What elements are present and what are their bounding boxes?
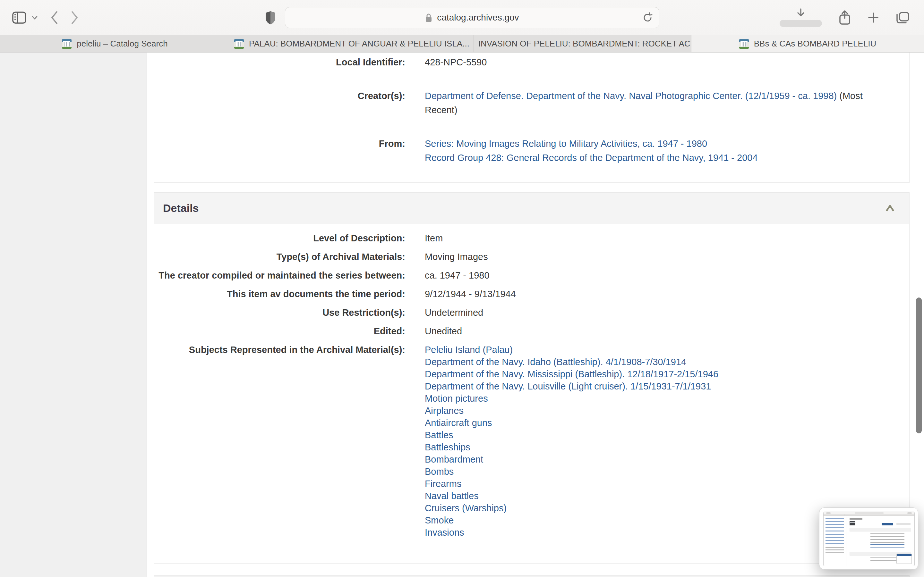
- tab-title: BBs & CAs BOMBARD PELELIU: [754, 39, 876, 49]
- tab-invasion-peleliu[interactable]: INVASION OF PELELIU: BOMBARDMENT: ROCKET…: [474, 35, 691, 52]
- share-button[interactable]: [838, 10, 851, 25]
- field-value: Department of Defense. Department of the…: [425, 89, 880, 117]
- browser-toolbar: catalog.archives.gov: [0, 0, 924, 35]
- safari-window: catalog.archives.gov: [0, 0, 924, 577]
- tab-catalog-search[interactable]: peleliu – Catalog Search: [0, 35, 230, 52]
- next-section-edge: [153, 575, 909, 577]
- details-title: Details: [163, 202, 199, 214]
- detail-label: Use Restriction(s):: [154, 306, 405, 319]
- back-icon: [50, 11, 58, 25]
- field-label: From:: [154, 137, 405, 165]
- tab-title: PALAU: BOMBARDMENT OF ANGUAR & PELELIU I…: [249, 39, 469, 49]
- page-preview-thumbnail[interactable]: [819, 508, 918, 570]
- field-row-from: From: Series: Moving Images Relating to …: [154, 137, 900, 165]
- detail-row-subjects: Subjects Represented in the Archival Mat…: [154, 343, 900, 538]
- reload-button[interactable]: [643, 12, 653, 23]
- details-card: Details Level of Description: Item Type(…: [153, 192, 909, 564]
- detail-row: The creator compiled or maintained the s…: [154, 269, 900, 282]
- preview-sidebar: [824, 516, 846, 566]
- url-text: catalog.archives.gov: [437, 13, 519, 23]
- page-left-sidebar: [0, 53, 147, 577]
- subject-link[interactable]: Bombardment: [425, 453, 718, 466]
- sidebar-menu-button[interactable]: [31, 15, 38, 20]
- subject-link[interactable]: Peleliu Island (Palau): [425, 343, 718, 356]
- tab-bbs-cas-bombard[interactable]: BBs & CAs BOMBARD PELELIU: [691, 35, 924, 52]
- field-value: Series: Moving Images Relating to Milita…: [425, 137, 758, 165]
- tab-palau-bombardment[interactable]: PALAU: BOMBARDMENT OF ANGUAR & PELELIU I…: [230, 35, 474, 52]
- subject-link[interactable]: Cruisers (Warships): [425, 502, 718, 514]
- tab-overview-button[interactable]: [896, 11, 910, 24]
- tab-title: peleliu – Catalog Search: [77, 39, 168, 49]
- subject-link[interactable]: Firearms: [425, 478, 718, 490]
- subject-link[interactable]: Motion pictures: [425, 392, 718, 405]
- subject-link[interactable]: Battleships: [425, 441, 718, 453]
- nara-favicon: [234, 39, 244, 49]
- preview-toolbar: [824, 512, 914, 514]
- record-group-link[interactable]: Record Group 428: General Records of the…: [425, 151, 758, 165]
- detail-value: ca. 1947 - 1980: [425, 269, 489, 282]
- record-info-card: Local Identifier: 428-NPC-5590 Creator(s…: [153, 53, 909, 183]
- creator-link[interactable]: Department of Defense. Department of the…: [425, 91, 837, 101]
- new-tab-button[interactable]: [867, 12, 879, 23]
- detail-value: Moving Images: [425, 251, 488, 263]
- subject-link[interactable]: Antiaircraft guns: [425, 417, 718, 429]
- preview-popup: [897, 554, 912, 564]
- tab-title: INVASION OF PELELIU: BOMBARDMENT: ROCKET…: [478, 39, 691, 49]
- field-label: Local Identifier:: [154, 55, 405, 69]
- subject-link[interactable]: Naval battles: [425, 490, 718, 502]
- forward-icon: [71, 11, 79, 25]
- detail-row: Use Restriction(s): Undetermined: [154, 306, 900, 319]
- preview-mini-browser: [823, 512, 915, 566]
- subject-link[interactable]: Airplanes: [425, 405, 718, 417]
- chevron-down-icon: [31, 15, 38, 20]
- subject-link[interactable]: Smoke: [425, 514, 718, 526]
- detail-label: This item av documents the time period:: [154, 288, 405, 300]
- preview-main: [846, 516, 914, 566]
- detail-row: This item av documents the time period: …: [154, 288, 900, 300]
- series-link[interactable]: Series: Moving Images Relating to Milita…: [425, 137, 758, 151]
- reload-icon: [643, 12, 653, 23]
- detail-label: Level of Description:: [154, 232, 405, 244]
- nara-favicon: [739, 39, 749, 49]
- details-header[interactable]: Details: [154, 193, 909, 224]
- downloads-button[interactable]: [780, 8, 822, 27]
- field-row-local-identifier: Local Identifier: 428-NPC-5590: [154, 55, 900, 69]
- vertical-scrollbar-thumb[interactable]: [916, 298, 922, 434]
- tab-bar: peleliu – Catalog Search PALAU: BOMBARDM…: [0, 35, 924, 53]
- sidebar-toggle-button[interactable]: [12, 11, 26, 24]
- detail-value: Item: [425, 232, 443, 244]
- subject-link[interactable]: Bombs: [425, 466, 718, 478]
- subject-links: Peleliu Island (Palau) Department of the…: [425, 343, 718, 538]
- preview-filmstrip-icon: [850, 521, 855, 525]
- nara-favicon: [62, 39, 71, 49]
- collapse-chevron-icon[interactable]: [885, 205, 895, 212]
- subject-link[interactable]: Department of the Navy. Idaho (Battleshi…: [425, 356, 718, 368]
- privacy-report-button[interactable]: [265, 11, 276, 25]
- back-button[interactable]: [50, 11, 58, 25]
- address-bar[interactable]: catalog.archives.gov: [285, 7, 659, 28]
- detail-label: The creator compiled or maintained the s…: [154, 269, 405, 282]
- detail-row: Edited: Unedited: [154, 325, 900, 337]
- detail-value: Undetermined: [425, 306, 483, 319]
- download-progress-bar: [780, 20, 822, 27]
- page-content: Local Identifier: 428-NPC-5590 Creator(s…: [0, 53, 924, 577]
- detail-label: Type(s) of Archival Materials:: [154, 251, 405, 263]
- subject-link[interactable]: Invasions: [425, 526, 718, 538]
- details-body: Level of Description: Item Type(s) of Ar…: [154, 224, 909, 538]
- field-value: 428-NPC-5590: [425, 55, 487, 69]
- sidebar-toggle-icon: [12, 11, 26, 24]
- tab-overview-icon: [896, 11, 910, 24]
- detail-label: Subjects Represented in the Archival Mat…: [154, 343, 405, 538]
- field-label: Creator(s):: [154, 89, 405, 117]
- field-row-creators: Creator(s): Department of Defense. Depar…: [154, 89, 900, 117]
- detail-row: Level of Description: Item: [154, 232, 900, 244]
- detail-label: Edited:: [154, 325, 405, 337]
- detail-row: Type(s) of Archival Materials: Moving Im…: [154, 251, 900, 263]
- plus-icon: [867, 12, 879, 23]
- subject-link[interactable]: Department of the Navy. Mississippi (Bat…: [425, 368, 718, 380]
- download-icon: [795, 8, 806, 18]
- privacy-shield-icon: [265, 11, 276, 25]
- forward-button[interactable]: [71, 11, 79, 25]
- subject-link[interactable]: Department of the Navy. Louisville (Ligh…: [425, 380, 718, 392]
- subject-link[interactable]: Battles: [425, 429, 718, 441]
